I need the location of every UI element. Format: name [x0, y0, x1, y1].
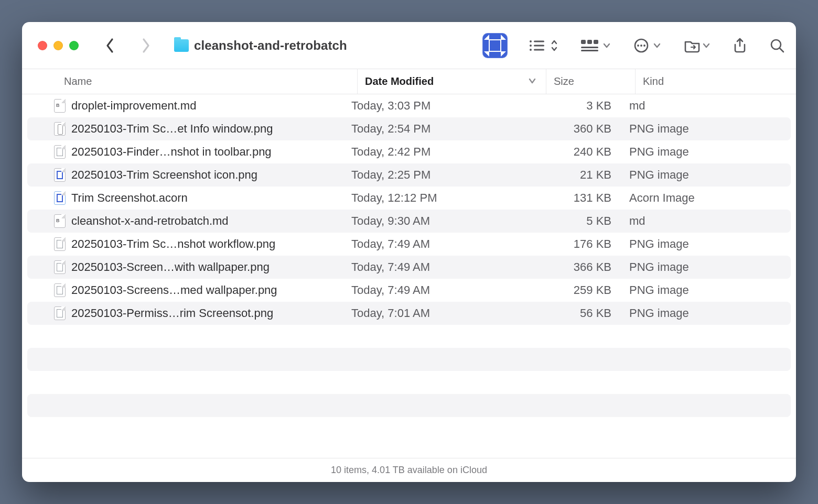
svg-point-12 — [637, 45, 639, 47]
file-row[interactable]: Bdroplet-improvement.mdToday, 3:03 PM3 K… — [27, 94, 791, 117]
file-date: Today, 7:49 AM — [344, 237, 533, 251]
list-row-placeholder — [27, 371, 791, 394]
ellipsis-circle-icon — [633, 38, 649, 53]
file-date: Today, 2:25 PM — [344, 168, 533, 182]
finder-window: cleanshot-and-retrobatch — [22, 22, 796, 482]
forward-button[interactable] — [138, 35, 153, 56]
search-button[interactable] — [770, 38, 784, 53]
file-row[interactable]: 20250103-Trim Sc…et Info window.pngToday… — [27, 117, 791, 140]
file-date: Today, 7:01 AM — [344, 306, 533, 320]
column-header-date[interactable]: Date Modified — [358, 69, 546, 94]
file-date: Today, 2:54 PM — [344, 122, 533, 136]
status-bar: 10 items, 4.01 TB available on iCloud — [22, 458, 796, 482]
file-date: Today, 9:30 AM — [344, 214, 533, 228]
file-type-icon — [54, 168, 66, 182]
svg-rect-9 — [581, 47, 598, 48]
file-name: 20250103-Trim Screenshot icon.png — [71, 168, 257, 182]
zoom-window-button[interactable] — [69, 41, 79, 50]
file-size: 259 KB — [533, 283, 622, 297]
svg-rect-5 — [534, 49, 544, 50]
file-kind: PNG image — [622, 237, 791, 251]
file-kind: PNG image — [622, 145, 791, 159]
list-row-placeholder — [27, 325, 791, 348]
svg-rect-1 — [534, 40, 544, 42]
file-row[interactable]: 20250103-Screen…with wallpaper.pngToday,… — [27, 256, 791, 279]
file-name: 20250103-Trim Sc…et Info window.png — [71, 122, 273, 136]
list-row-placeholder — [27, 348, 791, 371]
file-type-icon — [54, 283, 66, 297]
window-title: cleanshot-and-retrobatch — [194, 38, 347, 53]
file-type-icon — [54, 122, 66, 136]
folder-icon — [174, 39, 189, 52]
share-button[interactable] — [733, 38, 747, 53]
file-row[interactable]: 20250103-Finder…nshot in toolbar.pngToda… — [27, 140, 791, 163]
trim-screenshot-toolbar-icon[interactable] — [482, 33, 508, 58]
column-header-kind[interactable]: Kind — [636, 69, 796, 94]
file-type-icon — [54, 191, 66, 205]
file-name: 20250103-Screen…with wallpaper.png — [71, 260, 270, 274]
minimize-window-button[interactable] — [53, 41, 63, 50]
file-kind: Acorn Image — [622, 191, 791, 205]
svg-point-2 — [530, 45, 532, 47]
file-kind: PNG image — [622, 168, 791, 182]
file-size: 131 KB — [533, 191, 622, 205]
group-icon — [581, 39, 599, 52]
file-size: 366 KB — [533, 260, 622, 274]
file-date: Today, 12:12 PM — [344, 191, 533, 205]
svg-rect-6 — [581, 40, 586, 44]
list-icon — [529, 39, 546, 52]
file-row[interactable]: Bcleanshot-x-and-retrobatch.mdToday, 9:3… — [27, 210, 791, 233]
new-folder-button[interactable] — [684, 38, 710, 53]
status-bar-text: 10 items, 4.01 TB available on iCloud — [331, 465, 487, 476]
up-down-chevron-icon — [551, 39, 558, 52]
view-mode-button[interactable] — [529, 39, 558, 52]
close-window-button[interactable] — [38, 41, 47, 50]
file-size: 3 KB — [533, 99, 622, 113]
search-icon — [770, 38, 784, 53]
file-type-icon: B — [54, 214, 66, 228]
file-date: Today, 2:42 PM — [344, 145, 533, 159]
column-header-name-label: Name — [64, 75, 92, 87]
share-icon — [733, 38, 747, 53]
column-header-size[interactable]: Size — [546, 69, 636, 94]
file-size: 5 KB — [533, 214, 622, 228]
file-date: Today, 7:49 AM — [344, 260, 533, 274]
file-type-icon: B — [54, 99, 66, 113]
file-size: 21 KB — [533, 168, 622, 182]
nav-buttons — [103, 35, 153, 56]
back-button[interactable] — [103, 35, 117, 56]
file-name: 20250103-Permiss…rim Screensot.png — [71, 306, 273, 320]
file-size: 176 KB — [533, 237, 622, 251]
chevron-down-icon — [603, 42, 610, 49]
file-row[interactable]: 20250103-Trim Sc…nshot workflow.pngToday… — [27, 233, 791, 256]
file-size: 240 KB — [533, 145, 622, 159]
svg-rect-10 — [581, 50, 598, 51]
file-row[interactable]: 20250103-Screens…med wallpaper.pngToday,… — [27, 279, 791, 302]
file-type-icon — [54, 237, 66, 251]
path-title[interactable]: cleanshot-and-retrobatch — [174, 38, 347, 53]
file-name: cleanshot-x-and-retrobatch.md — [71, 214, 229, 228]
action-menu-button[interactable] — [633, 38, 661, 53]
toolbar: cleanshot-and-retrobatch — [22, 22, 796, 69]
column-header-kind-label: Kind — [643, 75, 664, 87]
file-type-icon — [54, 260, 66, 274]
file-row[interactable]: 20250103-Trim Screenshot icon.pngToday, … — [27, 163, 791, 187]
svg-point-14 — [643, 45, 645, 47]
svg-point-0 — [530, 40, 532, 42]
file-name: Trim Screenshot.acorn — [71, 191, 188, 205]
file-name: 20250103-Finder…nshot in toolbar.png — [71, 145, 272, 159]
file-size: 56 KB — [533, 306, 622, 320]
file-row[interactable]: Trim Screenshot.acornToday, 12:12 PM131 … — [27, 187, 791, 210]
file-row[interactable]: 20250103-Permiss…rim Screensot.pngToday,… — [27, 302, 791, 325]
file-kind: md — [622, 99, 791, 113]
svg-rect-3 — [534, 45, 544, 46]
file-type-icon — [54, 145, 66, 159]
file-list[interactable]: Bdroplet-improvement.mdToday, 3:03 PM3 K… — [22, 94, 796, 458]
svg-rect-8 — [594, 40, 598, 44]
file-type-icon — [54, 306, 66, 320]
list-row-placeholder — [27, 394, 791, 417]
file-kind: PNG image — [622, 260, 791, 274]
column-header-name[interactable]: Name — [64, 69, 358, 94]
chevron-down-icon — [653, 42, 661, 49]
group-by-button[interactable] — [581, 39, 610, 52]
